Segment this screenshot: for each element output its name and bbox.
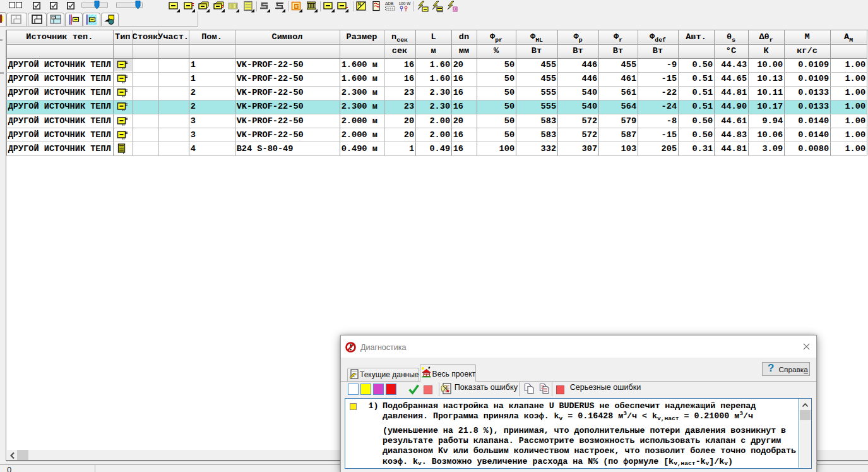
svg-text:10: 10 — [52, 16, 56, 20]
svg-text:100 W: 100 W — [399, 1, 412, 6]
svg-text:N: N — [358, 2, 361, 6]
svg-text:ΔDB: ΔDB — [385, 1, 393, 6]
